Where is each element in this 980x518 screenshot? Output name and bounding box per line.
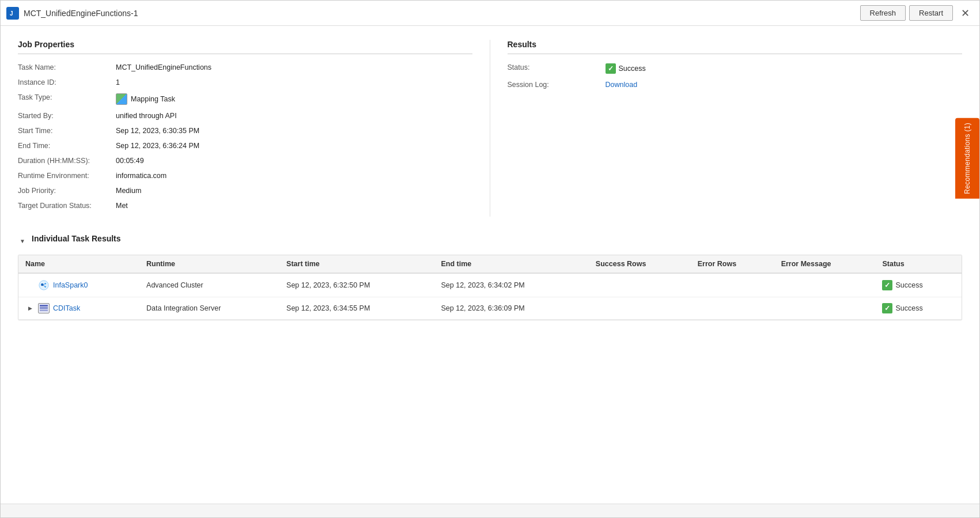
download-link[interactable]: Download <box>606 81 638 89</box>
individual-tasks-table-wrapper: Name Runtime Start time End time Success… <box>18 255 962 320</box>
spark-icon <box>38 279 50 291</box>
prop-task-name: Task Name: MCT_UnifiedEngineFunctions <box>18 63 472 71</box>
cell-runtime: Advanced Cluster <box>139 273 279 297</box>
prop-label-duration: Duration (HH:MM:SS): <box>18 157 116 165</box>
cell-name: InfaSpark0 <box>18 273 139 297</box>
task-name-cell: ▶ CDITask <box>25 303 133 313</box>
prop-value-start-time: Sep 12, 2023, 6:30:35 PM <box>116 127 199 135</box>
task-name-cell: InfaSpark0 <box>25 279 133 291</box>
title-left: J MCT_UnifiedEngineFunctions-1 <box>6 7 138 20</box>
title-bar: J MCT_UnifiedEngineFunctions-1 Refresh R… <box>1 1 979 26</box>
job-properties-title: Job Properties <box>18 40 472 54</box>
individual-task-results-section: ▼ Individual Task Results Name Runtime S… <box>18 234 962 320</box>
task-name-link[interactable]: InfaSpark0 <box>53 281 88 289</box>
prop-label-task-name: Task Name: <box>18 63 116 71</box>
prop-instance-id: Instance ID: 1 <box>18 78 472 86</box>
row-success-icon: ✓ <box>882 280 892 290</box>
col-error-rows: Error Rows <box>691 255 774 273</box>
cell-status: ✓ Success <box>875 297 962 320</box>
job-properties-section: Job Properties Task Name: MCT_UnifiedEng… <box>18 40 490 217</box>
prop-task-type: Task Type: Mapping Task <box>18 93 472 105</box>
prop-value-target-duration: Met <box>116 202 128 210</box>
table-row: InfaSpark0 Advanced Cluster Sep 12, 2023… <box>18 273 962 297</box>
prop-value-instance-id: 1 <box>116 78 120 86</box>
content-area: Job Properties Task Name: MCT_UnifiedEng… <box>1 26 979 504</box>
recommendations-tab[interactable]: Recommendations (1) <box>955 118 979 199</box>
prop-end-time: End Time: Sep 12, 2023, 6:36:24 PM <box>18 142 472 150</box>
cell-runtime: Data Integration Server <box>139 297 279 320</box>
recommendations-wrapper: Recommendations (1) <box>955 118 979 199</box>
prop-target-duration: Target Duration Status: Met <box>18 202 472 210</box>
col-status: Status <box>875 255 962 273</box>
prop-value-runtime-env: informatica.com <box>116 172 167 180</box>
table-header: Name Runtime Start time End time Success… <box>18 255 962 273</box>
title-actions: Refresh Restart ✕ <box>860 5 974 22</box>
cell-end-time: Sep 12, 2023, 6:34:02 PM <box>434 273 588 297</box>
svg-rect-10 <box>40 309 48 311</box>
col-name: Name <box>18 255 139 273</box>
svg-point-3 <box>41 283 44 286</box>
cell-status: ✓ Success <box>875 273 962 297</box>
close-icon: ✕ <box>961 7 970 20</box>
svg-rect-8 <box>40 305 48 307</box>
table-header-row: Name Runtime Start time End time Success… <box>18 255 962 273</box>
restart-button[interactable]: Restart <box>909 5 953 21</box>
app-icon: J <box>6 7 19 20</box>
close-button[interactable]: ✕ <box>956 5 974 22</box>
prop-started-by: Started By: unified through API <box>18 112 472 120</box>
row-status-text: Success <box>895 281 922 289</box>
individual-tasks-table: Name Runtime Start time End time Success… <box>18 255 962 320</box>
result-session-log-label: Session Log: <box>508 81 606 89</box>
cell-error-rows <box>691 273 774 297</box>
task-name-link[interactable]: CDITask <box>53 304 80 312</box>
prop-label-start-time: Start Time: <box>18 127 116 135</box>
main-content: Job Properties Task Name: MCT_UnifiedEng… <box>1 26 979 504</box>
svg-text:J: J <box>10 10 13 17</box>
table-row: ▶ CDITask <box>18 297 962 320</box>
refresh-button[interactable]: Refresh <box>860 5 906 21</box>
prop-duration: Duration (HH:MM:SS): 00:05:49 <box>18 157 472 165</box>
prop-value-task-type: Mapping Task <box>116 93 175 105</box>
expand-icon[interactable]: ▶ <box>25 304 35 313</box>
prop-label-task-type: Task Type: <box>18 93 116 101</box>
cell-start-time: Sep 12, 2023, 6:34:55 PM <box>279 297 434 320</box>
col-error-message: Error Message <box>774 255 876 273</box>
mapping-task-icon <box>116 93 127 105</box>
collapse-icon[interactable]: ▼ <box>18 236 27 245</box>
col-runtime: Runtime <box>139 255 279 273</box>
result-status-row: Status: ✓ Success <box>508 63 963 74</box>
col-end-time: End time <box>434 255 588 273</box>
status-text: Success <box>619 65 646 73</box>
prop-runtime-env: Runtime Environment: informatica.com <box>18 172 472 180</box>
prop-value-started-by: unified through API <box>116 112 177 120</box>
row-status-badge: ✓ Success <box>882 303 955 313</box>
cell-name: ▶ CDITask <box>18 297 139 320</box>
row-status-badge: ✓ Success <box>882 280 955 290</box>
row-status-text: Success <box>895 304 922 312</box>
cell-success-rows <box>589 273 691 297</box>
window-title: MCT_UnifiedEngineFunctions-1 <box>24 9 138 18</box>
prop-label-started-by: Started By: <box>18 112 116 120</box>
cell-error-message <box>774 297 876 320</box>
cell-end-time: Sep 12, 2023, 6:36:09 PM <box>434 297 588 320</box>
col-success-rows: Success Rows <box>589 255 691 273</box>
success-check-icon: ✓ <box>606 63 616 74</box>
prop-value-task-name: MCT_UnifiedEngineFunctions <box>116 63 211 71</box>
prop-label-target-duration: Target Duration Status: <box>18 202 116 210</box>
cdi-icon <box>38 303 50 313</box>
individual-section-header: ▼ Individual Task Results <box>18 234 962 248</box>
svg-point-4 <box>44 283 46 285</box>
prop-start-time: Start Time: Sep 12, 2023, 6:30:35 PM <box>18 127 472 135</box>
cell-error-rows <box>691 297 774 320</box>
result-status-value: ✓ Success <box>606 63 646 74</box>
prop-label-end-time: End Time: <box>18 142 116 150</box>
table-body: InfaSpark0 Advanced Cluster Sep 12, 2023… <box>18 273 962 320</box>
result-session-log-row: Session Log: Download <box>508 81 963 89</box>
prop-label-job-priority: Job Priority: <box>18 187 116 195</box>
result-status-label: Status: <box>508 63 606 71</box>
results-title: Results <box>508 40 963 54</box>
results-section: Results Status: ✓ Success Session Log: D… <box>490 40 963 217</box>
svg-rect-9 <box>40 307 48 309</box>
top-section: Job Properties Task Name: MCT_UnifiedEng… <box>18 40 962 217</box>
prop-value-job-priority: Medium <box>116 187 141 195</box>
